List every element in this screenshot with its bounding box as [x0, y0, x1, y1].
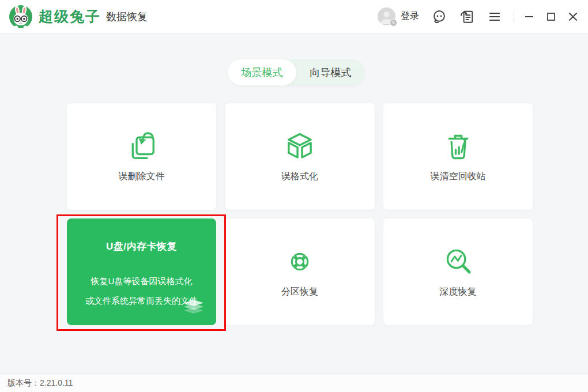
- card-deep-recovery[interactable]: 深度恢复: [383, 218, 533, 325]
- card-title: U盘/内存卡恢复: [106, 240, 177, 253]
- card-description: 恢复U盘等设备因误格式化 或文件系统异常而丢失的文件: [85, 272, 198, 311]
- card-label: 误格式化: [281, 171, 318, 183]
- card-partition[interactable]: 分区恢复: [225, 218, 375, 325]
- card-label: 深度恢复: [440, 286, 477, 298]
- brand-name: 超级兔子: [39, 7, 101, 26]
- card-formatted[interactable]: 误格式化: [225, 103, 375, 210]
- recycle-restore-icon: [443, 131, 474, 162]
- customer-service-icon[interactable]: [432, 9, 447, 24]
- tab-wizard-mode[interactable]: 向导模式: [296, 59, 365, 85]
- card-label: 误清空回收站: [431, 171, 486, 183]
- maximize-button[interactable]: [544, 10, 558, 24]
- card-label: 误删除文件: [119, 171, 165, 183]
- format-cube-icon: [284, 131, 315, 162]
- login-button[interactable]: 登录: [401, 10, 419, 22]
- minimize-button[interactable]: [522, 10, 536, 24]
- card-deleted-files[interactable]: 误删除文件: [67, 103, 216, 210]
- card-description-line1: 恢复U盘等设备因误格式化: [85, 272, 198, 291]
- restore-file-icon: [126, 131, 157, 162]
- tab-scene-mode[interactable]: 场景模式: [228, 59, 296, 85]
- title-bar: 超级兔子 数据恢复 V 登录: [0, 0, 588, 33]
- product-name: 数据恢复: [106, 10, 148, 24]
- avatar-vip-badge: V: [390, 19, 397, 27]
- card-description-line2: 或文件系统异常而丢失的文件: [85, 291, 198, 311]
- rabbit-logo-icon: [9, 5, 33, 29]
- app-window: 超级兔子 数据恢复 V 登录: [0, 0, 588, 392]
- feedback-icon[interactable]: [459, 9, 474, 24]
- card-usb-recovery[interactable]: U盘/内存卡恢复 恢复U盘等设备因误格式化 或文件系统异常而丢失的文件: [67, 218, 216, 325]
- card-label: 分区恢复: [281, 286, 318, 298]
- deep-scan-icon: [443, 246, 474, 277]
- mode-toggle: 场景模式 向导模式: [228, 59, 365, 85]
- status-bar: 版本号：2.21.0.11: [0, 374, 588, 392]
- scene-card-grid: 误删除文件 误格式化: [67, 103, 533, 325]
- close-button[interactable]: [566, 10, 580, 24]
- card-usb-recovery-wrap: U盘/内存卡恢复 恢复U盘等设备因误格式化 或文件系统异常而丢失的文件: [67, 218, 216, 325]
- header-divider: [514, 11, 514, 22]
- menu-icon[interactable]: [487, 9, 502, 24]
- user-avatar[interactable]: V: [378, 7, 395, 25]
- partition-icon: [284, 246, 315, 277]
- card-recycle-bin[interactable]: 误清空回收站: [383, 103, 533, 210]
- version-label: 版本号：2.21.0.11: [7, 378, 73, 389]
- layers-icon: [182, 300, 206, 317]
